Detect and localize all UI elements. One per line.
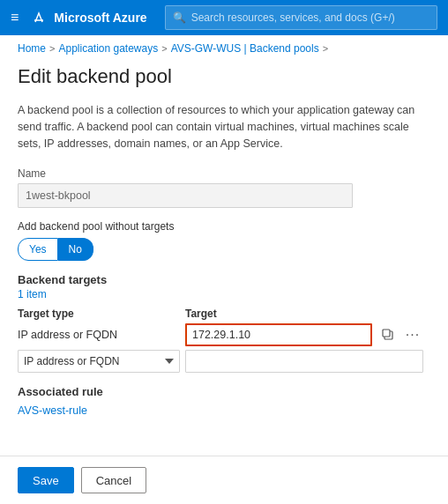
breadcrumb-app-gateways[interactable]: Application gateways (58, 42, 158, 55)
associated-rule-section: Associated rule AVS-west-rule (18, 385, 430, 417)
page-title: Edit backend pool (18, 65, 430, 88)
new-target-row: IP address or FQDN (18, 350, 423, 373)
col-header-target-type: Target type (18, 308, 185, 320)
breadcrumb-home[interactable]: Home (18, 42, 46, 55)
associated-rule-link[interactable]: AVS-west-rule (18, 404, 87, 417)
search-bar[interactable]: 🔍 Search resources, services, and docs (… (165, 5, 437, 30)
toggle-section: Add backend pool without targets Yes No (18, 220, 430, 261)
more-options-button[interactable]: ··· (402, 324, 423, 345)
ellipsis-icon: ··· (406, 327, 420, 343)
nav-logo: Microsoft Azure (29, 8, 146, 27)
target-ip-input[interactable] (185, 323, 372, 346)
name-label: Name (18, 167, 430, 180)
page-content: Edit backend pool A backend pool is a co… (0, 58, 448, 456)
svg-rect-0 (29, 8, 49, 27)
breadcrumb-sep-3: > (323, 43, 328, 54)
new-target-type-select[interactable]: IP address or FQDN (18, 350, 180, 373)
table-row: IP address or FQDN ··· (18, 323, 423, 346)
target-value-cell (185, 323, 372, 346)
save-button[interactable]: Save (18, 467, 74, 493)
description-text: A backend pool is a collection of resour… (18, 102, 423, 152)
copy-icon-button[interactable] (377, 324, 399, 345)
backend-targets-title: Backend targets (18, 273, 430, 286)
hamburger-icon[interactable]: ≡ (11, 10, 19, 26)
targets-header: Target type Target (18, 308, 423, 320)
associated-rule-title: Associated rule (18, 385, 430, 398)
action-buttons: Save Cancel (0, 456, 448, 504)
name-input[interactable] (18, 183, 353, 208)
new-target-input[interactable] (185, 350, 423, 373)
breadcrumb-avs-gw[interactable]: AVS-GW-WUS | Backend pools (171, 42, 319, 55)
backend-targets-section: Backend targets 1 item Target type Targe… (18, 273, 430, 373)
nav-logo-text: Microsoft Azure (54, 11, 146, 25)
nav-bar: ≡ Microsoft Azure 🔍 Search resources, se… (0, 0, 448, 35)
search-icon: 🔍 (173, 11, 186, 24)
name-field-group: Name (18, 167, 430, 208)
target-actions: ··· (377, 324, 423, 345)
breadcrumb-sep-2: > (161, 43, 167, 54)
toggle-label: Add backend pool without targets (18, 220, 430, 233)
target-type-value: IP address or FQDN (18, 329, 180, 341)
col-header-target: Target (185, 308, 423, 320)
azure-logo-icon (29, 8, 49, 27)
toggle-yes-button[interactable]: Yes (18, 238, 58, 261)
svg-rect-2 (383, 330, 390, 337)
breadcrumb-sep-1: > (49, 43, 55, 54)
cancel-button[interactable]: Cancel (81, 467, 146, 493)
copy-icon (382, 329, 394, 341)
breadcrumb: Home > Application gateways > AVS-GW-WUS… (0, 35, 448, 58)
toggle-row: Yes No (18, 238, 430, 261)
search-placeholder-text: Search resources, services, and docs (G+… (191, 11, 395, 24)
targets-table: Target type Target IP address or FQDN (18, 308, 423, 373)
toggle-no-button[interactable]: No (58, 238, 93, 261)
item-count: 1 item (18, 288, 430, 300)
